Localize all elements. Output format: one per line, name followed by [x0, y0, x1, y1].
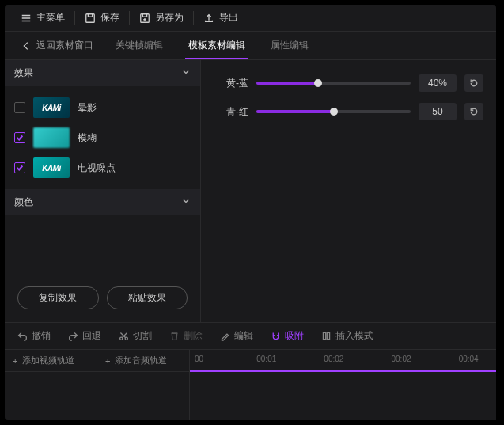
color-panel-title: 颜色 — [14, 195, 33, 209]
timeline-body[interactable] — [190, 370, 496, 418]
effects-list: KAMi 晕影 模糊 KAMi 电视噪点 — [5, 86, 200, 189]
effect-item[interactable]: KAMi 晕影 — [8, 93, 197, 123]
param-label: 黄-蓝 — [214, 77, 248, 90]
reset-button[interactable] — [464, 103, 483, 120]
ruler-tick: 00 — [195, 355, 203, 363]
add-audio-label: 添加音频轨道 — [115, 355, 167, 366]
effect-thumbnail — [33, 127, 70, 148]
cut-label: 切割 — [133, 329, 152, 343]
ruler-tick: 00:02 — [392, 355, 411, 363]
effect-name: 电视噪点 — [78, 161, 116, 175]
save-as-icon — [139, 13, 150, 24]
effects-panel-header[interactable]: 效果 — [5, 60, 200, 86]
add-video-label: 添加视频轨道 — [22, 355, 74, 366]
ruler-tick: 00:01 — [256, 355, 276, 363]
save-label: 保存 — [100, 11, 119, 25]
plus-icon: + — [105, 356, 110, 366]
param-row: 青-红 50 — [214, 103, 483, 120]
sidebar-buttons: 复制效果 粘贴效果 — [5, 274, 200, 322]
track-strip — [190, 370, 496, 372]
effect-checkbox[interactable] — [14, 102, 25, 113]
tab-label: 关键帧编辑 — [116, 39, 163, 52]
tab-template[interactable]: 模板素材编辑 — [176, 32, 258, 59]
slider-thumb[interactable] — [330, 108, 338, 116]
param-value[interactable]: 50 — [419, 103, 457, 120]
ruler-tick: 00:04 — [459, 355, 479, 363]
sidebar: 效果 KAMi 晕影 模糊 KAMi 电视噪点 — [5, 60, 201, 322]
param-value[interactable]: 40% — [419, 74, 457, 92]
copy-effect-button[interactable]: 复制效果 — [17, 286, 99, 309]
tab-bar: 返回素材窗口 关键帧编辑 模板素材编辑 属性编辑 — [5, 32, 496, 60]
tab-keyframe[interactable]: 关键帧编辑 — [103, 32, 176, 59]
chevron-down-icon — [181, 196, 191, 208]
plus-icon: + — [13, 356, 17, 366]
edit-label: 编辑 — [234, 329, 253, 343]
svg-rect-0 — [86, 13, 95, 22]
tab-label: 属性编辑 — [271, 39, 309, 52]
effect-name: 模糊 — [78, 131, 97, 145]
effect-item[interactable]: KAMi 电视噪点 — [8, 153, 197, 183]
effect-thumbnail: KAMi — [33, 97, 70, 118]
param-label: 青-红 — [214, 105, 248, 119]
hamburger-icon — [21, 13, 32, 24]
effect-checkbox[interactable] — [14, 132, 25, 143]
undo-button[interactable]: 撤销 — [9, 323, 59, 349]
redo-button[interactable]: 回退 — [60, 323, 109, 349]
main-menu-label: 主菜单 — [36, 11, 65, 25]
redo-label: 回退 — [82, 329, 101, 343]
main-area: 效果 KAMi 晕影 模糊 KAMi 电视噪点 — [5, 60, 496, 322]
main-menu-button[interactable]: 主菜单 — [11, 5, 74, 31]
back-button[interactable]: 返回素材窗口 — [11, 39, 103, 52]
tab-properties[interactable]: 属性编辑 — [258, 32, 321, 59]
slider-thumb[interactable] — [314, 79, 322, 87]
snap-button[interactable]: 吸附 — [263, 323, 312, 349]
chevron-down-icon — [181, 67, 191, 79]
insert-mode-button[interactable]: 插入模式 — [313, 323, 381, 349]
undo-label: 撤销 — [32, 329, 51, 343]
timeline-ruler[interactable]: 00 00:01 00:02 00:02 00:04 — [190, 350, 496, 370]
content-panel: 黄-蓝 40% 青-红 50 — [201, 60, 496, 322]
edit-button[interactable]: 编辑 — [212, 323, 261, 349]
export-button[interactable]: 导出 — [194, 5, 248, 31]
reset-button[interactable] — [464, 74, 483, 92]
back-label: 返回素材窗口 — [36, 39, 93, 52]
ruler-tick: 00:02 — [324, 355, 343, 363]
track-labels: + 添加视频轨道 + 添加音频轨道 — [5, 350, 190, 420]
tab-label: 模板素材编辑 — [188, 39, 245, 52]
delete-button[interactable]: 删除 — [161, 323, 210, 349]
param-slider[interactable] — [256, 82, 411, 85]
menu-bar: 主菜单 保存 另存为 导出 — [5, 5, 496, 32]
effect-name: 晕影 — [78, 101, 97, 115]
effect-thumbnail: KAMi — [33, 157, 70, 178]
paste-effect-button[interactable]: 粘贴效果 — [107, 286, 188, 309]
param-row: 黄-蓝 40% — [214, 74, 483, 92]
save-button[interactable]: 保存 — [75, 5, 129, 31]
export-label: 导出 — [219, 11, 238, 25]
export-icon — [203, 13, 214, 24]
save-as-button[interactable]: 另存为 — [130, 5, 193, 31]
effects-panel-title: 效果 — [14, 66, 33, 80]
color-panel-header[interactable]: 颜色 — [5, 189, 200, 215]
timeline: + 添加视频轨道 + 添加音频轨道 00 00:01 00:02 00:02 0… — [5, 349, 496, 420]
effect-checkbox[interactable] — [14, 162, 25, 173]
timeline-toolbar: 撤销 回退 切割 删除 编辑 吸附 插入模式 — [5, 322, 496, 349]
delete-label: 删除 — [184, 329, 203, 343]
add-video-track-button[interactable]: + 添加视频轨道 — [5, 350, 97, 372]
snap-label: 吸附 — [285, 329, 304, 343]
save-icon — [85, 13, 96, 24]
param-slider[interactable] — [256, 110, 411, 113]
chevron-left-icon — [21, 40, 32, 51]
save-as-label: 另存为 — [155, 11, 184, 25]
effect-item[interactable]: 模糊 — [8, 123, 197, 153]
timeline-canvas[interactable]: 00 00:01 00:02 00:02 00:04 — [190, 350, 496, 420]
cut-button[interactable]: 切割 — [111, 323, 160, 349]
add-audio-track-button[interactable]: + 添加音频轨道 — [97, 350, 189, 372]
insert-label: 插入模式 — [335, 329, 373, 343]
